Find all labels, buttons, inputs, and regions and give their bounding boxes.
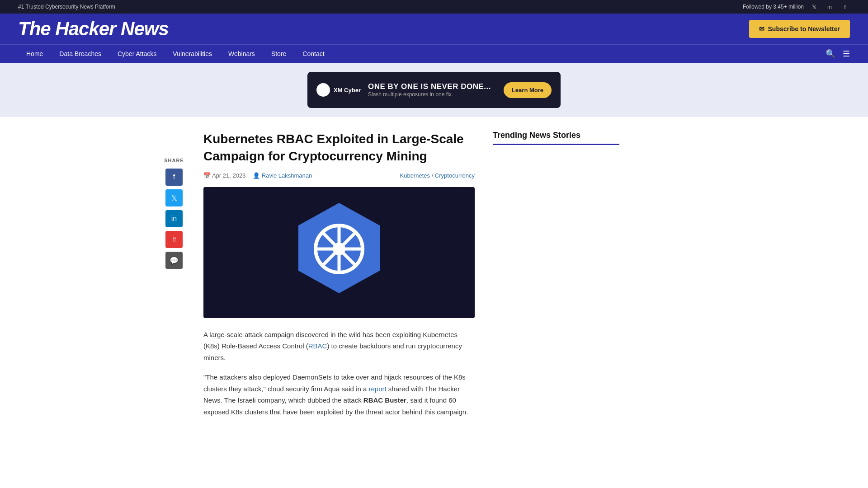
article-author: 👤 Ravie Lakshmanan: [253, 172, 312, 179]
xm-cyber-icon: ⊙: [316, 83, 330, 97]
nav-webinars[interactable]: Webinars: [220, 45, 263, 63]
banner-logo: ⊙ XM Cyber: [316, 83, 361, 97]
site-title[interactable]: The Hacker News: [18, 18, 169, 40]
share-label: SHARE: [164, 158, 184, 163]
share-other-button[interactable]: ⇧: [165, 231, 183, 248]
banner-ad[interactable]: ⊙ XM Cyber ONE BY ONE IS NEVER DONE... S…: [307, 72, 561, 108]
header: The Hacker News ✉ Subscribe to Newslette…: [0, 14, 868, 44]
rbac-buster-bold: RBAC Buster: [363, 396, 406, 404]
tag-cryptocurrency[interactable]: Cryptocurrency: [435, 172, 475, 179]
article-body: A large-scale attack campaign discovered…: [203, 329, 475, 418]
followers-text: Followed by 3.45+ million: [743, 4, 804, 10]
report-link[interactable]: report: [369, 385, 387, 393]
article-date: 📅 Apr 21, 2023: [203, 172, 245, 179]
article-meta: 📅 Apr 21, 2023 👤 Ravie Lakshmanan Kubern…: [203, 172, 475, 179]
nav-data-breaches[interactable]: Data Breaches: [51, 45, 109, 63]
share-twitter-button[interactable]: 𝕏: [165, 189, 183, 206]
tagline: #1 Trusted Cybersecurity News Platform: [18, 4, 115, 10]
share-comment-button[interactable]: 💬: [165, 252, 183, 269]
share-sidebar: SHARE f 𝕏 in ⇧ 💬: [163, 131, 185, 426]
subscribe-label: Subscribe to Newsletter: [768, 25, 840, 33]
subscribe-button[interactable]: ✉ Subscribe to Newsletter: [749, 20, 850, 38]
banner-cta-button[interactable]: Learn More: [504, 82, 552, 98]
banner-text: ONE BY ONE IS NEVER DONE... Slash multip…: [368, 82, 496, 98]
banner-sub-text: Slash multiple exposures in one fix.: [368, 91, 496, 98]
nav-home[interactable]: Home: [18, 45, 51, 63]
trending-title: Trending News Stories: [493, 131, 619, 145]
top-bar-right: Followed by 3.45+ million 𝕏 in f: [743, 2, 850, 12]
author-link[interactable]: Ravie Lakshmanan: [262, 172, 312, 179]
top-bar: #1 Trusted Cybersecurity News Platform F…: [0, 0, 868, 14]
nav-cyber-attacks[interactable]: Cyber Attacks: [109, 45, 165, 63]
twitter-icon[interactable]: 𝕏: [809, 2, 819, 12]
main-container: SHARE f 𝕏 in ⇧ 💬 Kubernetes RBAC Exploit…: [145, 117, 723, 439]
author-icon: 👤: [253, 172, 260, 179]
share-linkedin-button[interactable]: in: [165, 210, 183, 227]
banner-main-text: ONE BY ONE IS NEVER DONE...: [368, 82, 496, 91]
article-paragraph-2: "The attackers also deployed DaemonSets …: [203, 371, 475, 418]
nav-icons: 🔍 ☰: [826, 49, 850, 59]
nav-store[interactable]: Store: [263, 45, 294, 63]
tag-kubernetes[interactable]: Kubernetes: [400, 172, 430, 179]
calendar-icon: 📅: [203, 172, 211, 179]
menu-button[interactable]: ☰: [843, 49, 850, 59]
article-paragraph-1: A large-scale attack campaign discovered…: [203, 329, 475, 364]
search-button[interactable]: 🔍: [826, 49, 835, 59]
nav-contact[interactable]: Contact: [294, 45, 332, 63]
article-hero-image: [203, 187, 475, 318]
kubernetes-svg: [285, 198, 393, 307]
article-meta-left: 📅 Apr 21, 2023 👤 Ravie Lakshmanan: [203, 172, 312, 179]
article-title: Kubernetes RBAC Exploited in Large-Scale…: [203, 131, 475, 165]
facebook-icon[interactable]: f: [840, 2, 850, 12]
navigation: Home Data Breaches Cyber Attacks Vulnera…: [0, 44, 868, 63]
banner-area: ⊙ XM Cyber ONE BY ONE IS NEVER DONE... S…: [0, 63, 868, 117]
article-tags: Kubernetes / Cryptocurrency: [400, 172, 475, 179]
banner-logo-name: XM Cyber: [334, 87, 361, 94]
share-facebook-button[interactable]: f: [165, 169, 183, 186]
subscribe-icon: ✉: [759, 25, 764, 33]
sidebar: Trending News Stories: [493, 131, 619, 426]
article-main: Kubernetes RBAC Exploited in Large-Scale…: [203, 131, 475, 426]
linkedin-icon[interactable]: in: [825, 2, 835, 12]
rbac-link[interactable]: RBAC: [308, 342, 327, 350]
nav-vulnerabilities[interactable]: Vulnerabilities: [165, 45, 220, 63]
